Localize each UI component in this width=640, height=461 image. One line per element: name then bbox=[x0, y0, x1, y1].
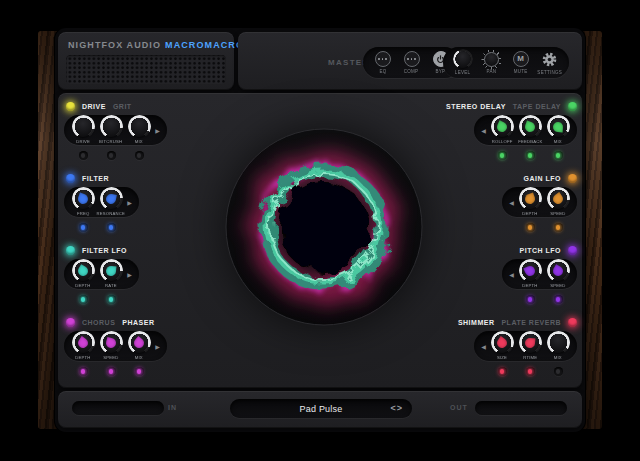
tab-filter[interactable]: FILTER bbox=[82, 175, 109, 182]
stereo-delay-knob-pill: ◀ ROLLOFF FEEDBACK MIX bbox=[474, 115, 577, 145]
phaser-mod-dots bbox=[69, 367, 153, 376]
mute-control: M MUTE bbox=[506, 51, 535, 74]
mod-dot[interactable] bbox=[135, 367, 144, 376]
tab-filter-lfo[interactable]: FILTER LFO bbox=[82, 247, 127, 254]
comp-button[interactable]: COMP bbox=[397, 51, 426, 74]
tab-grit[interactable]: GRIT bbox=[113, 103, 132, 110]
tab-stereo-delay[interactable]: STEREO DELAY bbox=[446, 103, 506, 110]
mix-knob[interactable] bbox=[129, 333, 149, 353]
rolloff-knob[interactable] bbox=[492, 117, 512, 137]
dots-icon bbox=[375, 51, 391, 67]
freq-knob-label: FREQ bbox=[77, 210, 89, 215]
expand-left-icon[interactable]: ◀ bbox=[479, 343, 488, 350]
drive-knob[interactable] bbox=[73, 117, 93, 137]
drive-power-led[interactable] bbox=[66, 102, 75, 111]
speed-knob-label: SPEED bbox=[550, 282, 565, 287]
mix-knob[interactable] bbox=[548, 333, 568, 353]
prev-next-chevrons-icon[interactable]: <> bbox=[390, 403, 403, 413]
gain-lfo-mod-dots bbox=[516, 223, 572, 232]
mod-dot[interactable] bbox=[498, 151, 507, 160]
gear-icon[interactable] bbox=[541, 51, 558, 68]
mod-dot[interactable] bbox=[79, 151, 88, 160]
expand-right-icon[interactable]: ▶ bbox=[153, 343, 162, 350]
tab-drive[interactable]: DRIVE bbox=[82, 103, 106, 110]
depth-knob[interactable] bbox=[520, 261, 540, 281]
freq-knob[interactable] bbox=[73, 189, 93, 209]
expand-left-icon[interactable]: ◀ bbox=[507, 271, 516, 278]
section-filter-lfo: FILTER LFO DEPTH RATE ▶ bbox=[64, 244, 139, 304]
level-knob[interactable] bbox=[454, 51, 471, 68]
speed-knob[interactable] bbox=[548, 189, 568, 209]
shimmer-power-led[interactable] bbox=[568, 318, 577, 327]
speed-knob[interactable] bbox=[101, 333, 121, 353]
filter-knob-pill: FREQ RESONANCE ▶ bbox=[64, 187, 139, 217]
stereo-delay-power-led[interactable] bbox=[568, 102, 577, 111]
mod-dot[interactable] bbox=[79, 223, 88, 232]
pitch-lfo-power-led[interactable] bbox=[568, 246, 577, 255]
rate-knob-label: RATE bbox=[105, 282, 117, 287]
mod-dot[interactable] bbox=[498, 367, 507, 376]
drive-mod-dots bbox=[69, 151, 153, 160]
rate-knob[interactable] bbox=[101, 261, 121, 281]
rtime-knob[interactable] bbox=[520, 333, 540, 353]
feedback-knob[interactable] bbox=[520, 117, 540, 137]
filter-lfo-power-led[interactable] bbox=[66, 246, 75, 255]
brand-name: NIGHTFOX AUDIO bbox=[68, 40, 161, 50]
tab-plate-reverb[interactable]: PLATE REVERB bbox=[501, 319, 561, 326]
bitcrush-knob[interactable] bbox=[101, 117, 121, 137]
gain-lfo-power-led[interactable] bbox=[568, 174, 577, 183]
speed-knob-label: SPEED bbox=[550, 210, 565, 215]
mod-dot[interactable] bbox=[526, 151, 535, 160]
stereo-delay-mod-dots bbox=[488, 151, 572, 160]
mod-dot[interactable] bbox=[107, 151, 116, 160]
mute-m-icon[interactable]: M bbox=[513, 51, 529, 67]
plugin-window: NIGHTFOX AUDIOMACROMACRO MASTER EQ COMP bbox=[0, 0, 640, 461]
tab-chorus[interactable]: CHORUS bbox=[82, 319, 115, 326]
chorus-power-led[interactable] bbox=[66, 318, 75, 327]
depth-knob[interactable] bbox=[73, 333, 93, 353]
mod-dot[interactable] bbox=[526, 367, 535, 376]
mod-dot[interactable] bbox=[79, 295, 88, 304]
expand-left-icon[interactable]: ◀ bbox=[479, 127, 488, 134]
tab-gain-lfo[interactable]: GAIN LFO bbox=[524, 175, 561, 182]
settings-control: SETTINGS bbox=[535, 51, 564, 75]
mod-dot[interactable] bbox=[554, 295, 563, 304]
mod-dot[interactable] bbox=[554, 223, 563, 232]
pitch-lfo-mod-dots bbox=[516, 295, 572, 304]
eq-label: EQ bbox=[379, 68, 386, 73]
depth-knob[interactable] bbox=[520, 189, 540, 209]
mod-dot[interactable] bbox=[107, 295, 116, 304]
mix-knob[interactable] bbox=[548, 117, 568, 137]
mod-dot[interactable] bbox=[554, 151, 563, 160]
expand-right-icon[interactable]: ▶ bbox=[125, 199, 134, 206]
mod-dot[interactable] bbox=[135, 151, 144, 160]
header-brand-panel: NIGHTFOX AUDIOMACROMACRO bbox=[58, 32, 234, 90]
preset-selector[interactable]: Pad Pulse <> bbox=[230, 399, 412, 418]
size-knob[interactable] bbox=[492, 333, 512, 353]
mix-knob[interactable] bbox=[129, 117, 149, 137]
tab-tape-delay[interactable]: TAPE DELAY bbox=[513, 103, 561, 110]
mod-dot[interactable] bbox=[526, 223, 535, 232]
filter-power-led[interactable] bbox=[66, 174, 75, 183]
tab-pitch-lfo[interactable]: PITCH LFO bbox=[520, 247, 561, 254]
mod-dot[interactable] bbox=[526, 295, 535, 304]
depth-knob[interactable] bbox=[73, 261, 93, 281]
pan-knob[interactable] bbox=[484, 52, 499, 67]
expand-right-icon[interactable]: ▶ bbox=[153, 127, 162, 134]
speed-knob[interactable] bbox=[548, 261, 568, 281]
mod-dot[interactable] bbox=[107, 367, 116, 376]
pitch-lfo-knob-pill: ◀ DEPTH SPEED bbox=[502, 259, 577, 289]
tab-shimmer[interactable]: SHIMMER bbox=[458, 319, 495, 326]
rtime-knob-label: RTIME bbox=[523, 354, 537, 359]
mod-dot[interactable] bbox=[554, 367, 563, 376]
master-panel: MASTER EQ COMP BYP bbox=[238, 32, 582, 90]
expand-left-icon[interactable]: ◀ bbox=[507, 199, 516, 206]
tab-phaser[interactable]: PHASER bbox=[122, 319, 154, 326]
depth-knob-label: DEPTH bbox=[522, 210, 537, 215]
comp-label: COMP bbox=[404, 68, 419, 73]
eq-button[interactable]: EQ bbox=[368, 51, 397, 74]
mod-dot[interactable] bbox=[79, 367, 88, 376]
expand-right-icon[interactable]: ▶ bbox=[125, 271, 134, 278]
resonance-knob[interactable] bbox=[101, 189, 121, 209]
mod-dot[interactable] bbox=[107, 223, 116, 232]
